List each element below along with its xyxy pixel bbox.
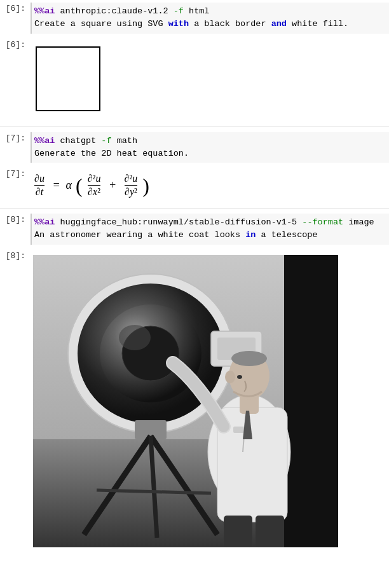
code-line-4: Generate the 2D heat equation. [34,147,384,160]
cell-8-output-content [31,252,389,550]
cell-8-output-number: [8]: [0,250,31,552]
flag-format: --format [302,217,343,227]
code-line-2: Create a square using SVG with a black b… [34,18,384,31]
equals-sign: = α [50,179,72,192]
fraction-ut: ∂u ∂t [34,173,44,198]
code-line-3: %%ai chatgpt -f math [34,135,384,147]
magic-keyword-3: %%ai [34,217,55,227]
cell-6-input-number: [6]: [0,3,31,34]
cell-7-output-number: [7]: [0,168,31,203]
cell-8-input: [8]: %%ai huggingface_hub:runwayml/stabl… [0,211,389,247]
cell-7-output-content: ∂u ∂t = α ( ∂²u ∂x² + ∂²u ∂y² [31,168,389,203]
numerator-du: ∂u [34,173,44,186]
numerator-d2u-y: ∂²u [125,173,138,186]
numerator-d2u-x: ∂²u [88,173,101,186]
cell-6-output-content [31,41,389,119]
magic-keyword: %%ai [34,6,55,16]
denominator-dt: ∂t [36,186,43,198]
cell-7-input: [7]: %%ai chatgpt -f math Generate the 2… [0,130,389,166]
svg-square-output [33,44,103,114]
code-line-6: An astronomer wearing a white coat looks… [34,229,384,242]
cell-7-input-content: %%ai chatgpt -f math Generate the 2D hea… [31,132,389,163]
svg-rect-25 [224,516,252,547]
divider-2 [0,208,389,209]
right-paren: ) [142,175,149,196]
fraction-uyy: ∂²u ∂y² [125,173,138,198]
left-paren: ( [76,175,83,196]
keyword-and: and [271,19,287,29]
svg-point-22 [231,351,267,366]
cell-6-output: [6]: [0,36,389,124]
cell-8-output: [8]: [0,247,389,555]
astronomer-svg [33,255,338,547]
cell-6-input: [6]: %%ai anthropic:claude-v1.2 -f html … [0,0,389,36]
denominator-dx2: ∂x² [88,186,100,198]
notebook: [6]: %%ai anthropic:claude-v1.2 -f html … [0,0,389,555]
cell-6-output-number: [6]: [0,39,31,121]
svg-point-8 [119,325,151,350]
svg-rect-0 [36,47,100,111]
heat-equation: ∂u ∂t = α ( ∂²u ∂x² + ∂²u ∂y² [33,173,386,198]
cell-7-output: [7]: ∂u ∂t = α ( ∂²u ∂x² + [0,165,389,205]
svg-rect-3 [284,255,338,547]
cell-7-input-number: [7]: [0,132,31,163]
code-line-5: %%ai huggingface_hub:runwayml/stable-dif… [34,216,384,229]
svg-point-24 [237,375,242,379]
cell-8-input-content: %%ai huggingface_hub:runwayml/stable-dif… [31,214,389,245]
divider-1 [0,126,389,127]
magic-keyword-2: %%ai [34,136,55,146]
keyword-with: with [168,19,189,29]
code-line-1: %%ai anthropic:claude-v1.2 -f html [34,5,384,18]
cell-6-input-content: %%ai anthropic:claude-v1.2 -f html Creat… [31,3,389,34]
svg-point-23 [225,371,235,383]
flag-f: -f [174,6,184,16]
denominator-dy2: ∂y² [125,186,137,198]
svg-rect-26 [256,516,284,547]
keyword-in: in [245,230,256,240]
plus-sign: + [106,179,119,192]
fraction-uxx: ∂²u ∂x² [88,173,101,198]
cell-8-input-number: [8]: [0,214,31,245]
astronomer-photo [33,255,338,547]
flag-f-2: -f [101,136,111,146]
